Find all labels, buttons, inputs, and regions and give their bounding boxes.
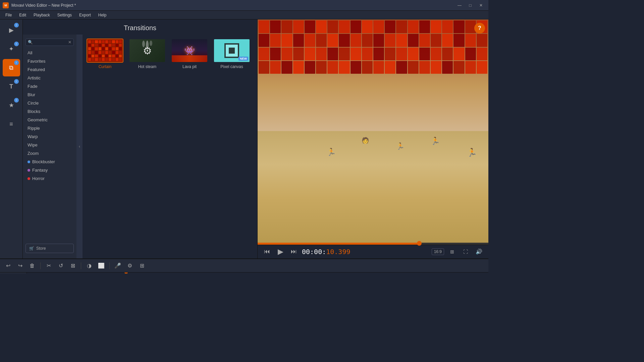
play-icon: ▶ (278, 247, 283, 256)
timeline-toolbar: ↩ ↪ 🗑 ✂ ↺ ⊠ ◑ ⬜ 🎤 ⚙ ⊞ (0, 259, 488, 273)
sidebar-item-blocks[interactable]: Blocks (23, 107, 76, 116)
sidebar-label-geometric: Geometric (28, 117, 48, 122)
transition-pixel-canvas[interactable]: NEW Pixel canvas (213, 39, 250, 254)
timeline-ruler: 00:00:00 00:00:05 00:00:10 00:00:15 00:0… (27, 273, 488, 274)
curtain-thumbnail (87, 39, 123, 63)
fullscreen-button[interactable]: ⛶ (460, 246, 471, 257)
adjust-button[interactable]: ⊞ (137, 261, 147, 270)
sidebar-item-favorites[interactable]: Favorites (23, 57, 76, 65)
toolbar-separator-2 (81, 262, 81, 269)
text-badge: ! (14, 79, 19, 84)
sidebar-item-blur[interactable]: Blur (23, 90, 76, 99)
crop-timeline-button[interactable]: ⊠ (67, 261, 78, 270)
play-button[interactable]: ▶ (275, 246, 286, 257)
color-button[interactable]: ◑ (84, 261, 95, 270)
sidebar-label-fade: Fade (28, 84, 38, 89)
sidebar-item-artistic[interactable]: Artistic (23, 74, 76, 82)
timeline-area: ↩ ↪ 🗑 ✂ ↺ ⊠ ◑ ⬜ 🎤 ⚙ ⊞ + T 👁 🔗 (0, 258, 488, 274)
blockbuster-dot (28, 161, 30, 163)
sidebar-item-horror[interactable]: Horror (23, 174, 76, 183)
search-input[interactable] (34, 40, 68, 45)
maximize-button[interactable]: □ (466, 2, 475, 9)
collapse-panel-button[interactable]: ‹ (76, 35, 83, 258)
transitions-body: 🔍 ✕ All Favorites Featured Artistic F (23, 35, 257, 258)
settings-timeline-button[interactable]: ⚙ (124, 261, 135, 270)
effects-badge: ! (14, 42, 19, 46)
lava-pit-thumbnail: 👾 (171, 39, 208, 63)
forward-button[interactable]: ⏭ (288, 246, 299, 257)
search-icon: 🔍 (28, 40, 33, 45)
sidebar-item-blockbuster[interactable]: Blockbuster (23, 158, 76, 166)
tool-stickers[interactable]: ★ ! (3, 97, 20, 114)
timecode-base: 00:00: (302, 248, 326, 256)
progress-handle[interactable] (417, 241, 422, 246)
sidebar-item-fade[interactable]: Fade (23, 82, 76, 90)
forward-icon: ⏭ (291, 248, 297, 255)
sidebar-label-all: All (28, 50, 32, 55)
sidebar-label-featured: Featured (28, 67, 45, 72)
rotate-button[interactable]: ↺ (55, 261, 66, 270)
transitions-icon: ⧉ (9, 64, 13, 71)
store-button[interactable]: 🛒 Store (25, 244, 74, 253)
undo-button[interactable]: ↩ (3, 261, 13, 270)
search-bar[interactable]: 🔍 ✕ (25, 39, 74, 46)
horror-dot (28, 177, 30, 180)
progress-bar[interactable] (258, 243, 488, 245)
toolbar-separator-3 (109, 262, 110, 269)
sidebar-item-fantasy[interactable]: Fantasy (23, 166, 76, 174)
close-button[interactable]: ✕ (476, 2, 486, 9)
lava-pit-label: Lava pit (182, 64, 197, 69)
audio-button[interactable]: 🎤 (112, 261, 123, 270)
menu-edit[interactable]: Edit (16, 12, 30, 18)
sidebar-label-blocks: Blocks (28, 109, 40, 114)
menu-help[interactable]: Help (95, 12, 110, 18)
transition-toolbar-button[interactable]: ⬜ (96, 261, 107, 270)
menu-playback[interactable]: Playback (30, 12, 53, 18)
redo-button[interactable]: ↪ (15, 261, 25, 270)
sidebar-item-ripple[interactable]: Ripple (23, 124, 76, 132)
track-labels: + T 👁 🔗 ▶ 👁 🔊 ♪ (0, 273, 27, 274)
crop-button[interactable]: ⊞ (447, 246, 458, 257)
delete-button[interactable]: 🗑 (27, 261, 38, 270)
app-icon: M (3, 2, 9, 8)
sidebar-item-wipe[interactable]: Wipe (23, 141, 76, 149)
menu-settings[interactable]: Settings (54, 12, 75, 18)
transitions-sidebar: 🔍 ✕ All Favorites Featured Artistic F (23, 35, 76, 258)
tool-transitions[interactable]: ⧉ ! (3, 59, 20, 76)
sidebar-item-warp[interactable]: Warp (23, 132, 76, 141)
clear-search-button[interactable]: ✕ (68, 40, 71, 45)
help-button[interactable]: ? (474, 23, 485, 34)
menu-export[interactable]: Export (76, 12, 94, 18)
transition-hot-steam[interactable]: ⚙ Hot steam (129, 39, 166, 254)
transitions-badge: ! (14, 60, 19, 65)
timecode-display: 00:00:10.399 (302, 248, 351, 256)
sidebar-item-circle[interactable]: Circle (23, 99, 76, 107)
tool-text[interactable]: T ! (3, 78, 20, 95)
menu-file[interactable]: File (2, 12, 15, 18)
video-frame: 🏃 🧑 🏃 🏃 🏃 (258, 19, 488, 243)
minimize-button[interactable]: — (455, 2, 464, 9)
cut-button[interactable]: ✂ (43, 261, 54, 270)
sidebar-item-zoom[interactable]: Zoom (23, 149, 76, 158)
tracks-scroll-area[interactable]: 00:00:00 00:00:05 00:00:10 00:00:15 00:0… (27, 273, 488, 274)
media-badge: ! (14, 23, 19, 27)
ruler-corner: + (0, 273, 26, 274)
tool-chapters[interactable]: ≡ (3, 115, 20, 133)
transition-curtain[interactable]: Curtain (87, 39, 123, 254)
tool-media[interactable]: ▶ ! (3, 21, 20, 39)
sidebar-item-featured[interactable]: Featured (23, 65, 76, 74)
curtain-label: Curtain (99, 64, 112, 69)
titlebar: M Movavi Video Editor – New Project * — … (0, 0, 488, 11)
sidebar-label-fantasy: Fantasy (32, 168, 48, 173)
volume-button[interactable]: 🔊 (474, 246, 484, 257)
sidebar-item-geometric[interactable]: Geometric (23, 116, 76, 124)
stickers-icon: ★ (9, 102, 14, 109)
sidebar-label-horror: Horror (32, 176, 45, 181)
tool-effects[interactable]: ✦ ! (3, 40, 20, 58)
sidebar-item-all[interactable]: All (23, 49, 76, 57)
sidebar-label-blockbuster: Blockbuster (32, 159, 55, 164)
timecode-seconds: 10.399 (326, 248, 350, 256)
transition-lava-pit[interactable]: 👾 Lava pit (171, 39, 208, 254)
fantasy-dot (28, 169, 30, 172)
rewind-button[interactable]: ⏮ (262, 246, 272, 257)
